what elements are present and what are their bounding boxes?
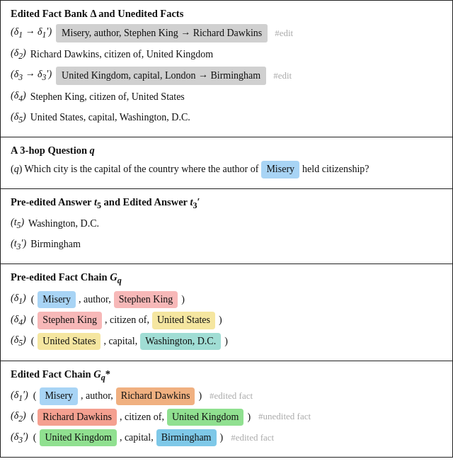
fact-row-delta5: (δ5) United States, capital, Washington,… (11, 109, 442, 127)
pre-chain-misery: Misery (38, 291, 76, 308)
answers-section: Pre-edited Answer t5 and Edited Answer t… (0, 189, 453, 265)
answer-t3-row: (t3′) Birmingham (11, 236, 442, 254)
fact-row-delta3: (δ3 → δ3′) United Kingdom, capital, Lond… (11, 67, 442, 85)
pre-chain-delta4-row: (δ4) ( Stephen King , citizen of, United… (11, 312, 442, 329)
edited-chain-delta3-row: (δ3′) ( United Kingdom , capital, Birmin… (11, 429, 442, 447)
fact-row-delta4: (δ4) Stephen King, citizen of, United St… (11, 88, 442, 106)
delta1-highlight: Misery, author, Stephen King → Richard D… (56, 24, 268, 42)
question-prefix: (q) Which city is the capital of the cou… (11, 162, 258, 177)
pre-chain-washington: Washington, D.C. (140, 333, 221, 350)
delta4-label: (δ4) (11, 88, 26, 106)
delta1-label: (δ1 → δ1′) (11, 24, 52, 42)
delta5-text: United States, capital, Washington, D.C. (30, 110, 190, 125)
edited-chain-richard-dawkins-1: Richard Dawkins (116, 387, 195, 404)
edited-chain-united-kingdom-2: United Kingdom (40, 429, 117, 446)
edited-chain-delta2-tag: #unedited fact (258, 409, 311, 424)
edited-chain-delta3-tag: #edited fact (231, 431, 274, 446)
question-suffix: held citizenship? (302, 162, 369, 177)
pre-chain-stephen-king-1: Stephen King (114, 291, 178, 308)
fact-row-delta2: (δ2) Richard Dawkins, citizen of, United… (11, 45, 442, 63)
delta5-label: (δ5) (11, 109, 26, 127)
edited-chain-delta2-row: (δ2) ( Richard Dawkins , citizen of, Uni… (11, 408, 442, 426)
edited-chain-delta3-label: (δ3′) (11, 429, 28, 447)
delta1-tag: #edit (275, 26, 293, 41)
pre-chain-united-states-1: United States (152, 312, 215, 329)
pre-chain-united-states-2: United States (38, 333, 101, 350)
edited-fact-chain-section: Edited Fact Chain Gq* (δ1′) ( Misery , a… (0, 361, 453, 458)
pre-chain-delta1-label: (δ1) (11, 290, 26, 308)
delta2-text: Richard Dawkins, citizen of, United King… (30, 47, 214, 62)
pre-chain-stephen-king-2: Stephen King (38, 312, 102, 329)
answer-t3-label: (t3′) (11, 236, 26, 254)
fact-row-delta1: (δ1 → δ1′) Misery, author, Stephen King … (11, 24, 442, 42)
answer-t3-text: Birmingham (30, 237, 81, 252)
delta4-text: Stephen King, citizen of, United States (30, 89, 185, 105)
question-section: A 3-hop Question q (q) Which city is the… (0, 137, 453, 188)
question-title: A 3-hop Question q (11, 144, 442, 157)
edited-chain-united-kingdom-1: United Kingdom (167, 409, 244, 426)
delta3-highlight: United Kingdom, capital, London → Birmin… (56, 67, 266, 85)
pre-fact-chain-title: Pre-edited Fact Chain Gq (11, 271, 442, 286)
edited-chain-misery: Misery (40, 387, 78, 404)
edited-chain-delta2-label: (δ2) (11, 408, 26, 426)
pre-chain-delta5-label: (δ5) (11, 332, 26, 350)
edited-chain-delta1-label: (δ1′) (11, 387, 28, 405)
edited-fact-chain-title: Edited Fact Chain Gq* (11, 368, 442, 383)
delta3-label: (δ3 → δ3′) (11, 67, 52, 84)
answer-t5-label: (t5) (11, 215, 24, 232)
delta2-label: (δ2) (11, 45, 26, 63)
pre-chain-delta1-row: (δ1) ( Misery , author, Stephen King ) (11, 290, 442, 308)
edited-chain-delta1-row: (δ1′) ( Misery , author, Richard Dawkins… (11, 387, 442, 405)
edited-chain-richard-dawkins-2: Richard Dawkins (38, 409, 117, 426)
delta3-tag: #edit (273, 69, 292, 84)
question-misery-highlight: Misery (261, 161, 299, 178)
answers-title: Pre-edited Answer t5 and Edited Answer t… (11, 196, 442, 211)
edited-chain-delta1-tag: #edited fact (210, 389, 253, 404)
pre-fact-chain-section: Pre-edited Fact Chain Gq (δ1) ( Misery ,… (0, 264, 453, 361)
pre-chain-delta5-row: (δ5) ( United States , capital, Washingt… (11, 332, 442, 350)
answer-t5-row: (t5) Washington, D.C. (11, 215, 442, 232)
pre-chain-delta4-label: (δ4) (11, 312, 26, 329)
edited-chain-birmingham: Birmingham (156, 429, 217, 446)
edited-fact-bank-section: Edited Fact Bank Δ and Unedited Facts (δ… (0, 0, 453, 137)
answer-t5-text: Washington, D.C. (28, 216, 99, 232)
edited-fact-bank-title: Edited Fact Bank Δ and Unedited Facts (11, 8, 442, 20)
question-row: (q) Which city is the capital of the cou… (11, 161, 442, 178)
